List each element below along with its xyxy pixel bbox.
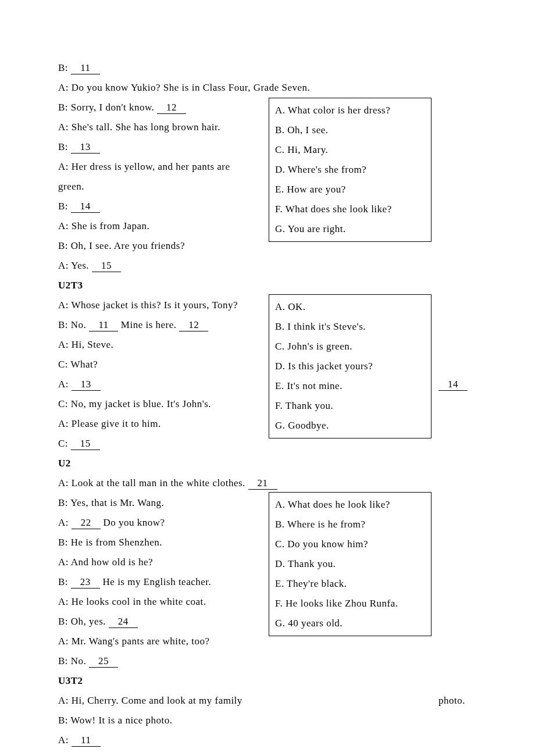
- blank: 12: [179, 320, 208, 331]
- dialog-line: B: 11: [58, 58, 477, 78]
- blank: 12: [157, 102, 186, 114]
- dialog-line: B: 14: [58, 197, 477, 216]
- dialog-line: green.: [58, 177, 477, 197]
- dialog-line: A: She is from Japan.: [58, 216, 477, 236]
- blank: 11: [72, 735, 101, 747]
- dialog-line: B: Yes, that is Mr. Wang.: [58, 493, 477, 513]
- section-heading: U2: [58, 454, 477, 473]
- dialog-line: A: And how old is he?: [58, 552, 477, 572]
- blank: 13: [72, 379, 101, 391]
- dialog-line: A: She's tall. She has long brown hair.: [58, 117, 477, 137]
- dialog-line: B: 13: [58, 137, 477, 157]
- blank: 11: [89, 320, 118, 331]
- section-1: A. What color is her dress? B. Oh, I see…: [58, 58, 477, 276]
- dialog-line: A: Hi, Steve.: [58, 335, 477, 355]
- dialog-line: A: Look at the tall man in the white clo…: [58, 473, 477, 493]
- dialog-line: A: Do you know Yukio? She is in Class Fo…: [58, 78, 477, 98]
- dialog-line: C: No, my jacket is blue. It's John's.: [58, 394, 477, 414]
- section-2: A. OK. B. I think it's Steve's. C. John'…: [58, 295, 477, 454]
- dialog-line: A: 11: [58, 730, 477, 750]
- blank: 15: [92, 261, 121, 272]
- dialog-line: B: No. 11 Mine is here. 12: [58, 315, 477, 335]
- overflow-word-photo: photo.: [438, 691, 465, 711]
- section-3: A. What does he look like? B. Where is h…: [58, 473, 477, 671]
- blank: 25: [89, 656, 118, 668]
- dialog-line: B: Oh, yes. 24: [58, 612, 477, 632]
- blank: 13: [71, 142, 100, 154]
- blank: 15: [71, 438, 100, 450]
- dialog-line: A: Mr. Wang's pants are white, too?: [58, 632, 477, 651]
- dialog-line: B: Wow! It is a nice photo.: [58, 711, 477, 730]
- section-heading: U2T3: [58, 276, 477, 295]
- blank: 11: [71, 63, 100, 74]
- blank: 23: [71, 577, 100, 589]
- blank: 21: [248, 478, 277, 490]
- dialog-line: A: Whose jacket is this? Is it yours, To…: [58, 295, 477, 315]
- dialog-line: A: Please give it to him.: [58, 414, 477, 434]
- dialog-line: B: Sorry, I don't know. 12: [58, 98, 477, 117]
- dialog-line: B: Who's the man in blue?: [58, 750, 477, 756]
- dialog-line: A: He looks cool in the white coat.: [58, 592, 477, 612]
- dialog-line: A: Yes. 15: [58, 256, 477, 276]
- dialog-line: A: Hi, Cherry. Come and look at my famil…: [58, 691, 477, 711]
- blank: 24: [109, 616, 138, 628]
- blank: 14: [71, 201, 100, 213]
- section-4: A: Hi, Cherry. Come and look at my famil…: [58, 691, 477, 756]
- dialog-line: B: He is from Shenzhen.: [58, 533, 477, 552]
- dialog-line: B: 23 He is my English teacher.: [58, 572, 477, 592]
- dialog-line: B: Oh, I see. Are you friends?: [58, 236, 477, 256]
- dialog-line: C: 15: [58, 434, 477, 454]
- dialog-line: C: What?: [58, 355, 477, 375]
- section-heading: U3T2: [58, 671, 477, 691]
- dialog-line: A: 22 Do you know?: [58, 513, 477, 533]
- dialog-line: A: Her dress is yellow, and her pants ar…: [58, 157, 477, 177]
- dialog-line: A: 13: [58, 375, 477, 394]
- blank: 22: [72, 518, 101, 529]
- dialog-line: B: No. 25: [58, 651, 477, 671]
